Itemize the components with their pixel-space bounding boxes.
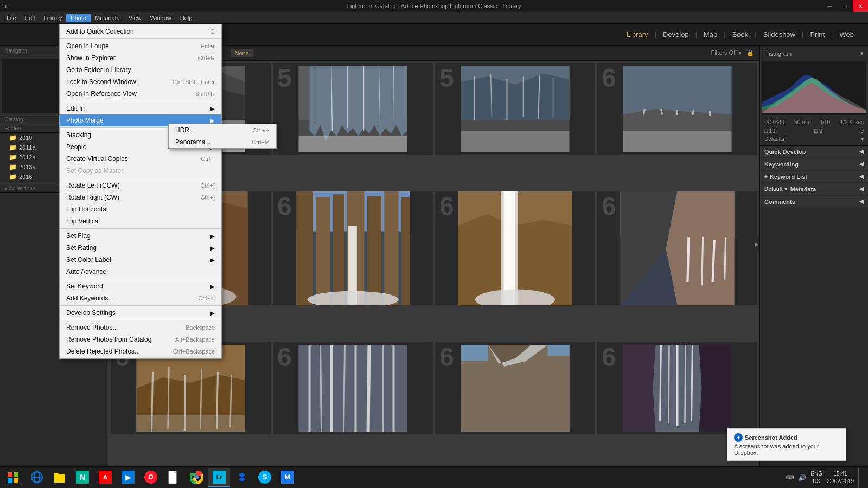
defaults-dropdown[interactable]: ▾ <box>861 136 864 142</box>
language-block[interactable]: ENG US <box>810 470 822 485</box>
histogram-display <box>762 61 866 115</box>
menu-delete-rejected[interactable]: Delete Rejected Photos... Ctrl+Backspace <box>60 345 221 357</box>
menu-develop-settings[interactable]: Develop Settings ▶ <box>60 307 221 319</box>
menu-reference-view[interactable]: Open in Reference View Shift+R <box>60 88 221 100</box>
menu-set-flag[interactable]: Set Flag ▶ <box>60 230 221 242</box>
keywording-arrow: ◀ <box>859 160 864 168</box>
menu-auto-advance[interactable]: Auto Advance <box>60 266 221 278</box>
photo-cell-4[interactable]: 6 <box>597 63 757 155</box>
photo-cell-3[interactable]: 5 <box>435 63 595 155</box>
menu-flip-horizontal[interactable]: Flip Horizontal <box>60 203 221 215</box>
nav-library[interactable]: Library <box>623 29 652 40</box>
menu-remove-from-catalog[interactable]: Remove Photos from Catalog Alt+Backspace <box>60 333 221 345</box>
shortcut-label: Enter <box>201 43 215 49</box>
menu-show-explorer[interactable]: Show in Explorer Ctrl+R <box>60 52 221 64</box>
menu-create-virtual-copies[interactable]: Create Virtual Copies Ctrl+' <box>60 153 221 165</box>
photo-cell-11[interactable]: 6 <box>435 342 595 434</box>
svg-line-31 <box>644 109 645 114</box>
menu-add-keywords[interactable]: Add Keywords... Ctrl+K <box>60 292 221 304</box>
taskbar-opera[interactable]: O <box>140 468 162 487</box>
menu-panorama[interactable]: Panorama... Ctrl+M <box>169 136 276 148</box>
menu-rotate-right[interactable]: Rotate Right (CW) Ctrl+] <box>60 191 221 203</box>
nav-slideshow[interactable]: Slideshow <box>760 29 799 40</box>
menu-remove-photos[interactable]: Remove Photos... Backspace <box>60 322 221 333</box>
photo-cell-6[interactable]: 6 <box>273 191 433 305</box>
keywording-header[interactable]: Keywording ◀ <box>760 158 868 170</box>
taskbar-mail[interactable]: M <box>277 468 298 487</box>
menu-library[interactable]: Library <box>40 14 67 22</box>
menu-divider-8 <box>60 320 221 320</box>
keyword-list-header[interactable]: + Keyword List ◀ <box>760 171 868 182</box>
menu-metadata[interactable]: Metadata <box>91 14 124 22</box>
nav-web[interactable]: Web <box>837 29 858 40</box>
taskbar: N A ▶ O Lr <box>0 466 868 488</box>
photo-cell-7[interactable]: 6 <box>435 191 595 305</box>
right-panel-toggle[interactable]: ▶ <box>754 236 760 252</box>
metadata-dropdown[interactable]: Default ▾ <box>764 186 787 192</box>
menu-flip-vertical[interactable]: Flip Vertical <box>60 215 221 227</box>
quick-develop-header[interactable]: Quick Develop ◀ <box>760 146 868 157</box>
photo-cell-2[interactable]: 5 <box>273 63 433 155</box>
menu-set-rating[interactable]: Set Rating ▶ <box>60 242 221 254</box>
svg-rect-27 <box>461 131 570 152</box>
photo-num: 5 <box>277 65 292 91</box>
submenu-arrow: ▶ <box>210 284 215 290</box>
taskbar-adobe[interactable]: A <box>94 468 116 487</box>
taskbar-skype[interactable]: S <box>254 468 276 487</box>
filters-off-btn[interactable]: Filters Off ▾ <box>711 49 742 56</box>
menu-window[interactable]: Window <box>146 14 176 22</box>
nav-book[interactable]: Book <box>729 29 752 40</box>
menu-item-label: Remove Photos from Catalog <box>66 336 151 343</box>
menu-rotate-left[interactable]: Rotate Left (CCW) Ctrl+[ <box>60 179 221 191</box>
photo-cell-10[interactable]: 6 <box>273 342 433 434</box>
menu-set-color-label[interactable]: Set Color Label ▶ <box>60 254 221 266</box>
comments-header[interactable]: Comments ◀ <box>760 196 868 207</box>
minimize-button[interactable]: ─ <box>822 0 838 12</box>
taskbar-media[interactable]: ▶ <box>117 468 139 487</box>
taskbar-explorer[interactable] <box>49 468 71 487</box>
photo-cell-12[interactable]: 6 <box>597 342 757 434</box>
nav-print[interactable]: Print <box>807 29 828 40</box>
filter-lock-icon[interactable]: 🔒 <box>746 49 754 56</box>
close-button[interactable]: ✕ <box>853 0 868 12</box>
volume-icon[interactable]: 🔊 <box>798 474 806 481</box>
menu-hdr[interactable]: HDR... Ctrl+H <box>169 124 276 136</box>
taskbar-ie[interactable] <box>26 468 48 487</box>
photo-cell-8[interactable]: 6 <box>597 191 757 305</box>
photo-num: 6 <box>277 194 292 220</box>
menu-view[interactable]: View <box>124 14 146 22</box>
svg-marker-116 <box>54 473 59 476</box>
filter-none[interactable]: None <box>231 49 253 57</box>
svg-rect-100 <box>699 345 732 432</box>
menu-set-keyword[interactable]: Set Keyword ▶ <box>60 280 221 292</box>
folder-name: 2016 <box>19 174 32 180</box>
menu-go-to-folder[interactable]: Go to Folder in Library <box>60 64 221 76</box>
svg-line-103 <box>669 345 669 423</box>
time-block[interactable]: 15:41 22/02/2019 <box>827 470 854 485</box>
menu-item-label: Edit In <box>66 105 85 112</box>
taskbar-file[interactable] <box>163 468 184 487</box>
menu-open-loupe[interactable]: Open in Loupe Enter <box>60 40 221 52</box>
svg-marker-121 <box>239 473 245 481</box>
menu-add-quick-collection[interactable]: Add to Quick Collection B <box>60 25 221 37</box>
menu-photo[interactable]: Photo <box>66 14 91 22</box>
submenu-arrow: ▶ <box>210 257 215 263</box>
maximize-button[interactable]: □ <box>838 0 853 12</box>
shortcut-label: Ctrl+[ <box>200 182 215 189</box>
svg-rect-52 <box>367 196 381 306</box>
menu-lock-second-window[interactable]: Lock to Second Window Ctrl+Shift+Enter <box>60 76 221 88</box>
taskbar-dropbox[interactable] <box>231 468 253 487</box>
start-button[interactable] <box>2 468 24 487</box>
taskbar-lightroom[interactable]: Lr <box>208 468 230 487</box>
show-desktop-btn[interactable] <box>858 468 861 487</box>
metadata-header[interactable]: Default ▾ Metadata ◀ <box>760 183 868 195</box>
taskbar-notes[interactable]: N <box>72 468 93 487</box>
nav-develop[interactable]: Develop <box>660 29 692 40</box>
menu-file[interactable]: File <box>2 14 21 22</box>
menu-help[interactable]: Help <box>176 14 197 22</box>
taskbar-chrome[interactable] <box>186 468 207 487</box>
histogram-header[interactable]: Histogram ▾ <box>760 48 868 59</box>
menu-edit-in[interactable]: Edit In ▶ <box>60 102 221 114</box>
menu-edit[interactable]: Edit <box>21 14 40 22</box>
nav-map[interactable]: Map <box>700 29 720 40</box>
